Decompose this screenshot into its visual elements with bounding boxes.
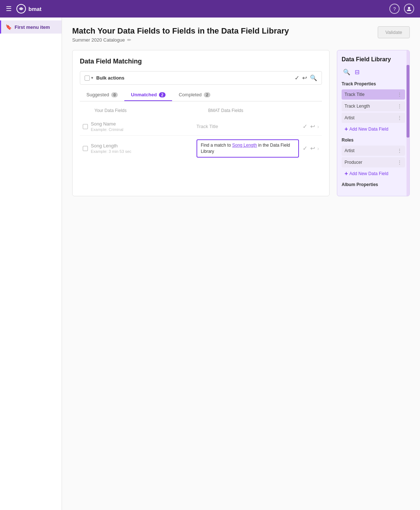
lib-item-artist-track-1[interactable]: Artist ⋮ [342,113,405,123]
field-example-song-name-1: Example: Criminal [91,127,194,132]
bmat-field-song-length-1: Find a match to Song Length in the Data … [197,139,299,158]
tooltip-link-song-length-1: Song Length [232,143,257,148]
sidebar-item-label: First menu item [15,24,50,30]
confirm-row-icon-1[interactable]: ✓ [302,122,308,131]
hamburger-icon[interactable]: ☰ [6,5,12,13]
undo-icon-1[interactable]: ↩ [302,74,307,81]
user-avatar-svg [406,6,412,12]
scrollbar-thumb-1[interactable] [407,65,409,138]
lib-item-producer-1[interactable]: Producer ⋮ [342,157,405,167]
search-icon-btn-1[interactable]: 🔍 [310,74,317,81]
matching-title-1: Data Field Matching [80,58,322,65]
lib-item-artist-roles-label-1: Artist [345,148,354,153]
bulk-bar-1: ▾ Bulk actions ✓ ↩ 🔍 [80,71,322,85]
tab-unmatched-1[interactable]: Unmatched 2 [124,89,172,101]
lib-item-track-title-menu-1[interactable]: ⋮ [397,92,402,97]
subtitle-text-1: Summer 2020 Catalogue [72,37,125,43]
bulk-checkbox-1[interactable] [85,76,90,81]
lib-add-track-label-1: Add New Data Field [349,127,388,132]
tab-unmatched-label-1: Unmatched [131,92,157,97]
library-filter-icon-1[interactable]: ⊟ [353,67,361,77]
main-content-1: Match Your Data Fields to Fields in the … [62,18,420,510]
lib-item-track-length-1[interactable]: Track Length ⋮ [342,101,405,111]
edit-icon-1[interactable]: ✏ [127,37,131,43]
help-label: ? [393,6,396,12]
library-title-1: Data Field Library [342,56,405,63]
field-row-song-length-1: Song Length Example: 3 min 53 sec Find a… [80,136,322,161]
lib-item-artist-track-label-1: Artist [345,115,354,120]
page-header-text: Match Your Data Fields to Fields in the … [72,26,289,43]
bmat-field-song-name-1: Track Title [197,124,299,129]
field-name-song-name-1: Song Name [91,121,194,127]
row-actions-song-length-1: ✓ ↩ › [302,144,319,152]
checkbox-area-1: ▾ [85,76,93,81]
undo-row-icon-2[interactable]: ↩ [310,144,316,152]
scrollbar-track-1 [407,50,409,196]
lib-add-roles-icon-1: + [345,170,348,177]
sidebar-1: 🔖 First menu item [0,18,62,510]
your-field-song-name-1: Song Name Example: Criminal [91,121,194,132]
sidebar-item-first[interactable]: 🔖 First menu item [0,20,62,34]
logo-svg [16,4,26,14]
undo-row-icon-1[interactable]: ↩ [310,122,316,131]
library-panel-1: Data Field Library 🔍 ⊟ Track Properties … [337,50,410,196]
tab-completed-badge-1: 2 [204,92,210,97]
expand-row-icon-2[interactable]: › [317,146,319,151]
lib-section-roles-title-1: Roles [342,138,405,143]
bulk-actions-label-1: Bulk actions [96,75,292,81]
help-icon[interactable]: ? [389,4,400,14]
sidebar-item-icon: 🔖 [5,24,12,30]
match-tooltip-song-length-1[interactable]: Find a match to Song Length in the Data … [197,139,299,158]
page-header-1: Match Your Data Fields to Fields in the … [72,26,410,43]
confirm-row-icon-2[interactable]: ✓ [302,144,308,152]
row-checkbox-1[interactable] [83,124,88,129]
lib-item-track-length-label-1: Track Length [345,104,370,109]
page-subtitle-1: Summer 2020 Catalogue ✏ [72,37,289,43]
expand-row-icon-1[interactable]: › [317,124,319,130]
library-search-icon-1[interactable]: 🔍 [342,67,352,77]
lib-item-track-length-menu-1[interactable]: ⋮ [397,103,402,109]
lib-item-track-title-1[interactable]: Track Title ⋮ [342,89,405,100]
tab-completed-label-1: Completed [179,92,202,97]
field-example-song-length-1: Example: 3 min 53 sec [91,149,194,154]
lib-item-track-title-label-1: Track Title [345,92,365,97]
user-icon[interactable] [404,4,414,14]
content-grid-1: Data Field Matching ▾ Bulk actions ✓ ↩ 🔍 [72,50,410,196]
row-checkbox-2[interactable] [83,146,88,151]
bmat-matched-track-title-1: Track Title [197,124,218,129]
col-bmat-header-1: BMAT Data Fields [208,108,322,113]
panel-instance-1: ☰ bmat ? 🔖 [0,0,420,510]
lib-item-artist-roles-menu-1[interactable]: ⋮ [397,148,402,154]
field-row-song-name-1: Song Name Example: Criminal Track Title … [80,117,322,136]
nav-right: ? [389,4,414,14]
row-actions-song-name-1: ✓ ↩ › [302,122,319,131]
tabs-1: Suggested 0 Unmatched 2 Completed 2 [80,89,322,101]
lib-section-track-title-1: Track Properties [342,81,405,86]
field-name-song-length-1: Song Length [91,143,194,148]
lib-add-roles-label-1: Add New Data Field [349,171,388,176]
tab-completed-1[interactable]: Completed 2 [172,89,217,101]
table-header-1: Your Data Fields BMAT Data Fields [80,106,322,116]
bulk-chevron-1[interactable]: ▾ [91,76,93,80]
nav-left: ☰ bmat [6,4,42,14]
top-nav: ☰ bmat ? [0,0,420,18]
lib-item-artist-track-menu-1[interactable]: ⋮ [397,115,402,121]
col-your-header-1: Your Data Fields [94,108,208,113]
confirm-icon-1[interactable]: ✓ [295,74,299,81]
tab-unmatched-badge-1: 2 [159,92,166,97]
logo-text: bmat [28,6,42,12]
lib-add-track-icon-1: + [345,126,348,132]
tab-suggested-1[interactable]: Suggested 0 [80,89,124,101]
lib-add-track-1[interactable]: + Add New Data Field [342,124,405,134]
library-search-bar-1: 🔍 ⊟ [342,67,405,77]
lib-item-producer-label-1: Producer [345,160,362,165]
lib-item-artist-roles-1[interactable]: Artist ⋮ [342,146,405,156]
lib-add-roles-1[interactable]: + Add New Data Field [342,169,405,178]
tab-suggested-label-1: Suggested [86,92,109,97]
lib-section-album-title-1: Album Properties [342,182,405,187]
lib-item-producer-menu-1[interactable]: ⋮ [397,159,402,165]
tab-suggested-badge-1: 0 [111,92,118,97]
page-title-1: Match Your Data Fields to Fields in the … [72,26,289,36]
validate-button-1[interactable]: Validate [378,26,410,38]
layout-1: 🔖 First menu item Match Your Data Fields… [0,18,420,510]
